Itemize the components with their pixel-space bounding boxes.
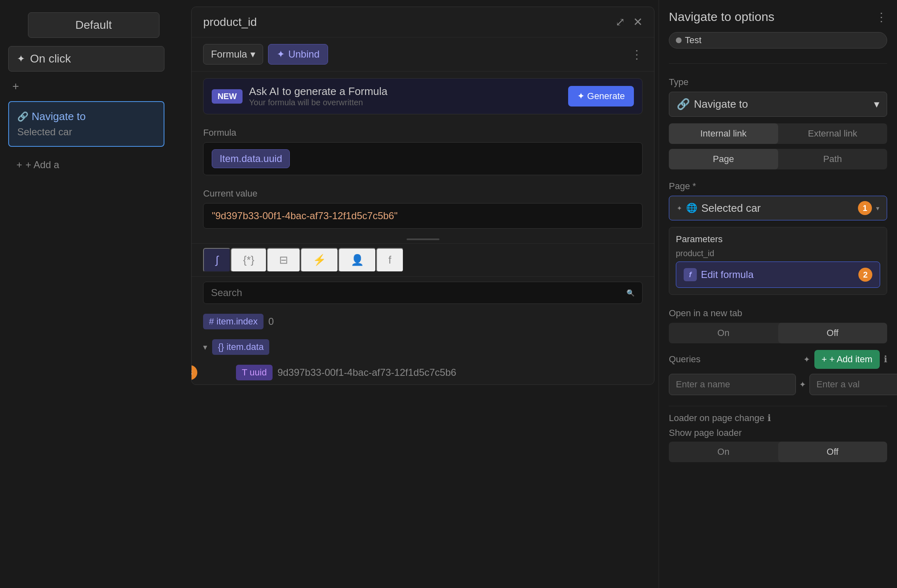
params-field-name: product_id [676,249,880,258]
plus-icon-add: + [822,354,827,365]
chevron-down-icon: ▾ [250,49,255,60]
current-value-section: Current value "9d397b33-00f1-4bac-af73-1… [192,182,654,235]
link-icon: 🔗 [17,111,28,122]
link-icon-2: 🔗 [677,98,690,111]
navigate-to-title: 🔗 Navigate to [17,110,155,123]
collapse-icon[interactable]: ▾ [203,342,207,352]
step-badge-1: 1 [858,201,872,215]
expand-icon[interactable]: ⤢ [615,15,625,29]
navigate-to-sub: Selected car [17,126,155,138]
current-value-label: Current value [203,188,643,199]
query-value-input[interactable] [809,374,897,395]
formula-editor-title: product_id [203,16,257,29]
type-chip-str: T uuid [236,365,273,380]
query-input-row: ✦ 🗑 [669,374,887,395]
search-box[interactable]: 🔍 [203,282,643,304]
header-icons: ⤢ ✕ [615,15,643,29]
divider-2 [669,406,887,406]
formula-label: Formula [203,127,643,138]
loader-on[interactable]: On [669,442,778,462]
add-item-row[interactable]: + + Add a [8,155,179,175]
open-new-tab-toggle: On Off [669,323,887,343]
variables-list: # item.index 0 ▾ {} item.data 3 T uuid 9… [192,309,654,384]
data-tab[interactable]: ⊟ [267,248,301,272]
page-path-tabs: Page Path [669,149,887,169]
right-panel-header: Navigate to options ⋮ [669,10,887,24]
current-value-text: "9d397b33-00f1-4bac-af73-12f1d5c7c5b6" [212,210,398,221]
magic-wand-icon: ✦ [677,204,682,212]
plus-icon-2: + [16,159,22,171]
open-new-tab-on[interactable]: On [669,323,778,343]
step-badge-3: 3 [192,365,197,380]
loader-info-icon[interactable]: ℹ [768,413,771,424]
type-chip-obj: {} item.data [212,339,269,355]
tab-external-link[interactable]: External link [778,123,888,144]
ai-title: Ask AI to generate a Formula [249,85,562,98]
page-selector[interactable]: ✦ 🌐 Selected car 1 ▾ [669,196,887,220]
tab-internal-link[interactable]: Internal link [669,123,778,144]
loader-label: Loader on page change ℹ [669,413,887,424]
open-new-tab-off[interactable]: Off [778,323,888,343]
current-value-box: "9d397b33-00f1-4bac-af73-12f1d5c7c5b6" [203,203,643,229]
formula-box[interactable]: Item.data.uuid [203,142,643,175]
divider-1 [669,63,887,64]
cursor-icon: ✦ [17,53,25,65]
func-tab[interactable]: f [376,248,404,272]
formula-toolbar: Formula ▾ ✦ Unbind ⋮ [192,37,654,72]
globe-icon: 🌐 [686,203,697,213]
list-item[interactable]: ▾ {} item.data [203,334,643,360]
scrollbar [407,238,439,240]
right-panel: Navigate to options ⋮ Test Type 🔗 Naviga… [659,0,897,588]
open-new-tab-label: Open in a new tab [669,308,887,319]
unbind-button[interactable]: ✦ Unbind [268,44,328,65]
formula-dropdown[interactable]: Formula ▾ [203,44,263,65]
ai-text: Ask AI to generate a Formula Your formul… [249,85,562,107]
edit-formula-button[interactable]: f Edit formula 2 [676,262,880,288]
navigate-card[interactable]: 🔗 Navigate to Selected car [8,101,164,147]
tab-page[interactable]: Page [669,149,778,169]
type-chip-hash: # item.index [203,314,264,329]
formula-chip: Item.data.uuid [212,149,290,168]
query-name-input[interactable] [669,374,796,395]
generate-button[interactable]: ✦ Generate [568,86,634,106]
ai-banner: NEW Ask AI to generate a Formula Your fo… [203,78,643,114]
search-input[interactable] [211,287,622,299]
step-badge-2: 2 [858,268,872,282]
page-field-label: Page * [669,181,887,192]
formula-tab[interactable]: ∫ [203,248,231,272]
add-item-button[interactable]: + + Add item [814,350,880,369]
default-button[interactable]: Default [28,12,160,38]
search-icon: 🔍 [627,289,635,297]
on-click-button[interactable]: ✦ On click [8,46,164,72]
f-formula-icon: f [684,268,697,281]
on-click-label: On click [30,52,71,65]
loader-off[interactable]: Off [778,442,888,462]
test-badge[interactable]: Test [669,32,887,49]
type-label: Type [669,77,887,88]
link-type-tabs: Internal link External link [669,123,887,144]
var-value-uuid: 9d397b33-00f1-4bac-af73-12f1d5c7c5b6 [277,367,456,378]
chevron-down-icon-3: ▾ [876,204,879,212]
list-item[interactable]: 3 T uuid 9d397b33-00f1-4bac-af73-12f1d5c… [203,360,643,384]
right-more-icon[interactable]: ⋮ [876,10,887,24]
unbind-icon: ✦ [277,49,285,60]
parameters-section: Parameters product_id f Edit formula 2 [669,227,887,295]
user-tab[interactable]: 👤 [338,248,376,272]
action-tab[interactable]: ⚡ [301,248,338,272]
loader-section: Loader on page change ℹ Show page loader… [669,413,887,462]
more-options-icon[interactable]: ⋮ [631,48,643,61]
list-item[interactable]: # item.index 0 [203,309,643,334]
info-icon[interactable]: ℹ [884,354,887,365]
formula-editor-panel: product_id ⤢ ✕ Formula ▾ ✦ Unbind ⋮ NEW … [191,7,654,385]
new-badge: NEW [212,89,243,104]
test-dot-icon [676,37,682,43]
tab-path[interactable]: Path [778,149,888,169]
type-dropdown[interactable]: 🔗 Navigate to ▾ [669,92,887,117]
queries-header: Queries ✦ + + Add item ℹ [669,350,887,369]
var-value: 0 [268,316,274,327]
close-icon[interactable]: ✕ [633,15,643,29]
variable-tab[interactable]: {*} [231,248,267,272]
type-value: Navigate to [694,98,748,111]
params-title: Parameters [676,234,880,245]
icon-toolbar: ∫ {*} ⊟ ⚡ 👤 f [192,243,654,277]
